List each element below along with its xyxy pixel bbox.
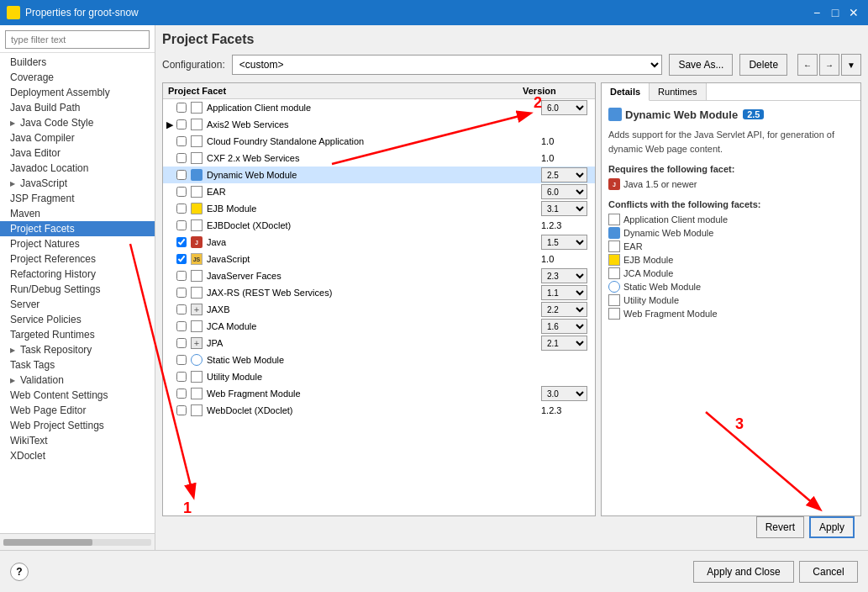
facet-row[interactable]: WebDoclet (XDoclet)1.2.3 [163, 402, 595, 419]
revert-button[interactable]: Revert [756, 516, 804, 538]
window-controls[interactable]: − □ ✕ [809, 5, 861, 20]
facet-row[interactable]: CXF 2.x Web Services1.0 [163, 150, 595, 166]
sidebar-item-refactoring-history[interactable]: Refactoring History [0, 267, 155, 282]
facet-row[interactable]: EJB Module3.1 [163, 200, 595, 217]
sidebar-item-coverage[interactable]: Coverage [0, 70, 155, 85]
version-select[interactable]: 6.0 [541, 184, 587, 199]
config-select[interactable]: <custom> [232, 55, 663, 75]
tab-runtimes[interactable]: Runtimes [650, 83, 706, 100]
sidebar-item-deployment-assembly[interactable]: Deployment Assembly [0, 85, 155, 100]
facet-checkbox[interactable] [176, 170, 187, 180]
plus-icon: + [190, 303, 203, 316]
help-button[interactable]: ? [10, 563, 29, 581]
sidebar-item-java-compiler[interactable]: Java Compiler [0, 130, 155, 145]
sidebar-item-builders[interactable]: Builders [0, 55, 155, 70]
facet-checkbox[interactable] [176, 237, 187, 247]
facet-checkbox[interactable] [176, 372, 187, 382]
sidebar-item-run-debug-settings[interactable]: Run/Debug Settings [0, 282, 155, 297]
sidebar-item-web-page-editor[interactable]: Web Page Editor [0, 403, 155, 418]
facet-checkbox[interactable] [176, 388, 187, 399]
sidebar-item-project-facets[interactable]: Project Facets [0, 221, 155, 236]
facet-checkbox[interactable] [176, 405, 187, 415]
facet-row[interactable]: Application Client module6.0 [163, 99, 595, 116]
save-as-button[interactable]: Save As... [669, 54, 733, 76]
facet-row[interactable]: ▶Axis2 Web Services [163, 116, 595, 133]
facet-row[interactable]: EJBDoclet (XDoclet)1.2.3 [163, 217, 595, 234]
web-icon [190, 168, 203, 182]
sidebar-item-java-code-style[interactable]: Java Code Style [0, 115, 155, 130]
sidebar-item-web-content-settings[interactable]: Web Content Settings [0, 388, 155, 403]
facet-checkbox[interactable] [176, 321, 187, 331]
facet-row[interactable]: JSJavaScript1.0 [163, 251, 595, 267]
nav-back-button[interactable]: ← [797, 54, 818, 76]
sidebar-item-java-editor[interactable]: Java Editor [0, 145, 155, 161]
sidebar-item-service-policies[interactable]: Service Policies [0, 312, 155, 327]
facet-row[interactable]: +JAXB2.2 [163, 301, 595, 318]
facet-checkbox[interactable] [176, 220, 187, 230]
sidebar-item-server[interactable]: Server [0, 297, 155, 312]
version-select[interactable]: 3.0 [541, 386, 587, 401]
sidebar-item-web-project-settings[interactable]: Web Project Settings [0, 418, 155, 433]
sidebar-item-javascript[interactable]: JavaScript [0, 176, 155, 191]
facet-checkbox[interactable] [176, 271, 187, 281]
sidebar-item-javadoc-location[interactable]: Javadoc Location [0, 161, 155, 176]
facet-row[interactable]: Web Fragment Module3.0 [163, 385, 595, 402]
delete-button[interactable]: Delete [739, 54, 787, 76]
close-button[interactable]: ✕ [846, 5, 861, 20]
version-select[interactable]: 1.1 [541, 285, 587, 300]
version-select[interactable]: 3.1 [541, 201, 587, 216]
facet-checkbox[interactable] [176, 103, 187, 113]
nav-forward-button[interactable]: → [819, 54, 839, 76]
details-description: Adds support for the Java Servlet API, f… [608, 128, 854, 156]
sidebar-item-task-tags[interactable]: Task Tags [0, 357, 155, 373]
facet-row[interactable]: +JPA2.1 [163, 335, 595, 352]
sidebar-item-java-build-path[interactable]: Java Build Path [0, 100, 155, 115]
sidebar-item-maven[interactable]: Maven [0, 206, 155, 221]
facet-checkbox[interactable] [176, 355, 187, 365]
facet-row[interactable]: Static Web Module [163, 352, 595, 368]
facet-checkbox[interactable] [176, 119, 187, 130]
facet-row[interactable]: Dynamic Web Module2.5 [163, 166, 595, 183]
version-select[interactable]: 6.0 [541, 100, 587, 115]
facet-checkbox[interactable] [176, 153, 187, 163]
facet-checkbox[interactable] [176, 187, 187, 197]
filter-input[interactable] [5, 30, 150, 49]
apply-button[interactable]: Apply [809, 516, 855, 538]
facet-checkbox[interactable] [176, 204, 187, 214]
facet-checkbox[interactable] [176, 338, 187, 348]
facet-checkbox[interactable] [176, 288, 187, 298]
sidebar-item-xdoclet[interactable]: XDoclet [0, 448, 155, 463]
facet-row[interactable]: Cloud Foundry Standalone Application1.0 [163, 133, 595, 150]
maximize-button[interactable]: □ [828, 5, 843, 20]
facet-checkbox[interactable] [176, 304, 187, 314]
facet-checkbox[interactable] [176, 136, 187, 146]
sidebar-item-targeted-runtimes[interactable]: Targeted Runtimes [0, 327, 155, 342]
facet-row[interactable]: EAR6.0 [163, 183, 595, 200]
facet-row[interactable]: JAX-RS (REST Web Services)1.1 [163, 284, 595, 301]
sidebar-item-task-repository[interactable]: Task Repository [0, 342, 155, 357]
version-select[interactable]: 2.5 [541, 167, 587, 182]
facet-checkbox[interactable] [176, 254, 187, 264]
version-select[interactable]: 1.5 [541, 235, 587, 250]
sidebar-item-wikitext[interactable]: WikiText [0, 433, 155, 448]
facet-row[interactable]: JavaServer Faces2.3 [163, 267, 595, 284]
version-select[interactable]: 2.3 [541, 268, 587, 283]
requires-list: JJava 1.5 or newer [608, 177, 854, 191]
version-select[interactable]: 2.1 [541, 336, 587, 351]
minimize-button[interactable]: − [809, 5, 824, 20]
cancel-button[interactable]: Cancel [799, 561, 858, 583]
version-select[interactable]: 1.6 [541, 319, 587, 334]
sidebar-item-jsp-fragment[interactable]: JSP Fragment [0, 191, 155, 206]
details-facet-title: Dynamic Web Module 2.5 [608, 108, 854, 121]
facet-row[interactable]: JJava1.5 [163, 234, 595, 251]
version-select[interactable]: 2.2 [541, 302, 587, 317]
sidebar-item-validation[interactable]: Validation [0, 373, 155, 388]
facet-version: 2.5 [541, 167, 592, 182]
sidebar-item-project-references[interactable]: Project References [0, 251, 155, 267]
facet-row[interactable]: Utility Module [163, 368, 595, 385]
apply-close-button[interactable]: Apply and Close [693, 561, 794, 583]
facet-row[interactable]: JCA Module1.6 [163, 318, 595, 335]
tab-details[interactable]: Details [602, 83, 650, 101]
nav-menu-button[interactable]: ▼ [841, 54, 861, 76]
sidebar-item-project-natures[interactable]: Project Natures [0, 236, 155, 251]
